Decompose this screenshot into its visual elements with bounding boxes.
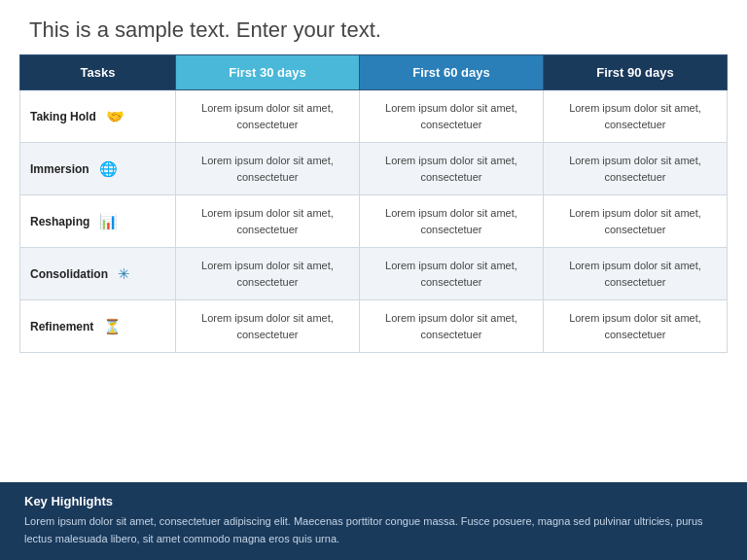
col90-cell-4: Lorem ipsum dolor sit amet, consectetuer: [543, 300, 727, 353]
header-col60: First 60 days: [359, 55, 543, 90]
col30-text-1: Lorem ipsum dolor sit amet, consectetuer: [201, 155, 334, 183]
col90-cell-3: Lorem ipsum dolor sit amet, consectetuer: [543, 248, 727, 300]
table-header: Tasks First 30 days First 60 days First …: [20, 55, 728, 90]
col30-cell-1: Lorem ipsum dolor sit amet, consectetuer: [175, 143, 359, 195]
col30-text-2: Lorem ipsum dolor sit amet, consectetuer: [201, 207, 334, 235]
footer-title: Key Highlights: [24, 494, 723, 508]
globe-icon: 🌐: [99, 160, 118, 178]
table-row: Consolidation✳Lorem ipsum dolor sit amet…: [20, 248, 728, 300]
network-icon: ✳: [118, 265, 130, 283]
header-tasks: Tasks: [20, 55, 176, 90]
col90-cell-2: Lorem ipsum dolor sit amet, consectetuer: [543, 195, 727, 248]
task-cell-3: Consolidation✳: [20, 248, 176, 300]
table-row: Immersion🌐Lorem ipsum dolor sit amet, co…: [20, 143, 728, 195]
col60-cell-1: Lorem ipsum dolor sit amet, consectetuer: [359, 143, 543, 195]
footer-text: Lorem ipsum dolor sit amet, consectetuer…: [24, 513, 723, 547]
header-col90: First 90 days: [543, 55, 727, 90]
col60-cell-0: Lorem ipsum dolor sit amet, consectetuer: [359, 90, 543, 143]
task-label-3: Consolidation: [30, 267, 108, 281]
col30-cell-2: Lorem ipsum dolor sit amet, consectetuer: [175, 195, 359, 248]
col90-text-0: Lorem ipsum dolor sit amet, consectetuer: [569, 102, 701, 130]
footer-section: Key Highlights Lorem ipsum dolor sit ame…: [0, 482, 747, 560]
task-cell-4: Refinement⏳: [20, 300, 176, 353]
task-label-2: Reshaping: [30, 215, 89, 228]
col90-text-1: Lorem ipsum dolor sit amet, consectetuer: [569, 155, 701, 183]
col90-text-2: Lorem ipsum dolor sit amet, consectetuer: [569, 207, 701, 235]
col60-text-0: Lorem ipsum dolor sit amet, consectetuer: [385, 102, 517, 130]
col90-text-3: Lorem ipsum dolor sit amet, consectetuer: [569, 260, 701, 288]
chart-icon: 📊: [99, 213, 118, 230]
main-table: Tasks First 30 days First 60 days First …: [19, 54, 728, 353]
task-cell-2: Reshaping📊: [20, 195, 176, 248]
col30-cell-3: Lorem ipsum dolor sit amet, consectetuer: [175, 248, 359, 300]
task-label-1: Immersion: [30, 162, 89, 176]
task-label-0: Taking Hold: [30, 110, 96, 123]
col60-text-4: Lorem ipsum dolor sit amet, consectetuer: [385, 312, 517, 340]
table-row: Reshaping📊Lorem ipsum dolor sit amet, co…: [20, 195, 728, 248]
col60-cell-4: Lorem ipsum dolor sit amet, consectetuer: [359, 300, 543, 353]
page-title: This is a sample text. Enter your text.: [29, 18, 718, 43]
task-cell-1: Immersion🌐: [20, 143, 176, 195]
col60-cell-3: Lorem ipsum dolor sit amet, consectetuer: [359, 248, 543, 300]
col60-text-2: Lorem ipsum dolor sit amet, consectetuer: [385, 207, 517, 235]
hourglass-icon: ⏳: [103, 318, 122, 335]
col90-text-4: Lorem ipsum dolor sit amet, consectetuer: [569, 312, 701, 340]
task-label-4: Refinement: [30, 320, 93, 333]
table-body: Taking Hold🤝Lorem ipsum dolor sit amet, …: [20, 90, 728, 353]
task-cell-0: Taking Hold🤝: [20, 90, 176, 143]
table-row: Refinement⏳Lorem ipsum dolor sit amet, c…: [20, 300, 728, 353]
col60-text-1: Lorem ipsum dolor sit amet, consectetuer: [385, 155, 517, 183]
col30-text-4: Lorem ipsum dolor sit amet, consectetuer: [201, 312, 334, 340]
col30-cell-0: Lorem ipsum dolor sit amet, consectetuer: [175, 90, 359, 143]
col30-cell-4: Lorem ipsum dolor sit amet, consectetuer: [175, 300, 359, 353]
col30-text-3: Lorem ipsum dolor sit amet, consectetuer: [201, 260, 334, 288]
table-row: Taking Hold🤝Lorem ipsum dolor sit amet, …: [20, 90, 728, 143]
title-section: This is a sample text. Enter your text.: [0, 0, 747, 54]
header-col30: First 30 days: [175, 55, 359, 90]
page-wrapper: This is a sample text. Enter your text. …: [0, 0, 747, 560]
col60-text-3: Lorem ipsum dolor sit amet, consectetuer: [385, 260, 517, 288]
table-section: Tasks First 30 days First 60 days First …: [0, 54, 747, 482]
col30-text-0: Lorem ipsum dolor sit amet, consectetuer: [201, 102, 334, 130]
col90-cell-1: Lorem ipsum dolor sit amet, consectetuer: [543, 143, 727, 195]
handshake-icon: 🤝: [106, 108, 124, 125]
col60-cell-2: Lorem ipsum dolor sit amet, consectetuer: [359, 195, 543, 248]
col90-cell-0: Lorem ipsum dolor sit amet, consectetuer: [543, 90, 727, 143]
